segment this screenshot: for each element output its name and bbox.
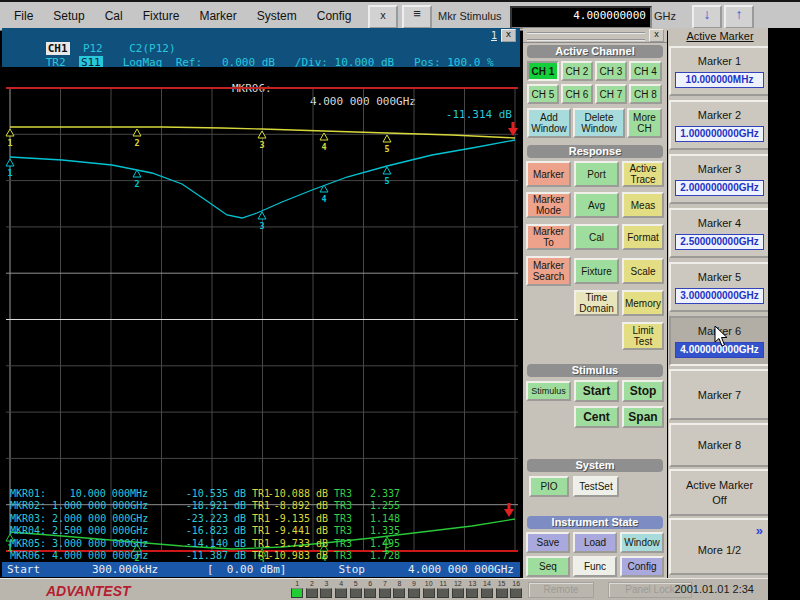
marker-7-button[interactable]: Marker 7: [669, 369, 770, 420]
marker-3-value[interactable]: 2.000000000GHz: [675, 180, 764, 196]
ch6-button[interactable]: CH 6: [561, 84, 593, 104]
marker-table-cell: 1.148: [356, 513, 400, 524]
marker-table-cell: -16.823 dB: [168, 525, 246, 536]
menu-system[interactable]: System: [247, 7, 307, 25]
led-number: 2: [305, 579, 320, 588]
channel-led: 5: [348, 579, 363, 598]
span-button[interactable]: Span: [622, 406, 664, 428]
marker-button[interactable]: Marker: [526, 161, 571, 187]
menu-cal[interactable]: Cal: [95, 7, 133, 25]
measurement-window: CH1 P12 C2(P12) 1 x TR2 S11 LogMag Ref: …: [2, 28, 520, 577]
marker-3-button[interactable]: Marker 3 2.000000000GHz: [669, 154, 770, 204]
softkey-close-icon[interactable]: x: [649, 29, 664, 42]
section-instrument-state: Instrument State: [527, 516, 663, 529]
led-indicator-icon: [510, 588, 522, 598]
marker-table-row: MKR05:3.000 000 000GHz-14.140 dBTR1-9.73…: [2, 538, 518, 550]
avg-button[interactable]: Avg: [574, 192, 619, 218]
load-button[interactable]: Load: [573, 532, 617, 553]
led-indicator-icon: [364, 588, 376, 598]
ch1-button[interactable]: CH 1: [527, 61, 559, 81]
start-label: Start: [7, 563, 40, 576]
active-trace-button[interactable]: Active Trace: [622, 161, 664, 187]
led-indicator-icon: [350, 588, 362, 598]
grip-icon[interactable]: [527, 32, 645, 41]
meas-button[interactable]: Meas: [622, 192, 664, 218]
marker-to-button[interactable]: Marker To: [526, 224, 571, 250]
marker-4-button[interactable]: Marker 4 2.500000000GHz: [669, 208, 770, 258]
marker-table-cell: TR3: [334, 488, 352, 499]
menu-fixture[interactable]: Fixture: [133, 7, 190, 25]
stimulus-button[interactable]: Stimulus: [526, 381, 571, 401]
fixture-button[interactable]: Fixture: [574, 258, 619, 284]
memory-button[interactable]: Memory: [622, 290, 664, 316]
more-ch-button[interactable]: More CH: [627, 108, 662, 138]
marker-search-button[interactable]: Marker Search: [526, 256, 571, 286]
active-marker-panel: Active Marker Marker 1 10.000000MHz Mark…: [668, 28, 772, 578]
marker-5-button[interactable]: Marker 5 3.000000000GHz: [669, 262, 770, 312]
menu-file[interactable]: File: [4, 7, 43, 25]
marker-4-value[interactable]: 2.500000000GHz: [675, 234, 764, 250]
trace-header: TR2 S11 LogMag Ref: 0.000 dB /Div: 10.00…: [2, 42, 520, 56]
marker-2-button[interactable]: Marker 2 1.000000000GHz: [669, 100, 770, 150]
marker-table-cell: TR3: [334, 513, 352, 524]
func-button[interactable]: Func: [573, 556, 617, 577]
marker-table-cell: MKR01:: [10, 488, 46, 499]
close-button[interactable]: x: [368, 5, 398, 29]
scale-button[interactable]: Scale: [622, 258, 664, 284]
menu-items: File Setup Cal Fixture Marker System Con…: [4, 7, 408, 25]
marker-step-down-button[interactable]: ↓: [692, 5, 722, 29]
format-button[interactable]: Format: [622, 224, 664, 250]
seq-button[interactable]: Seq: [526, 556, 570, 577]
config-button[interactable]: Config: [620, 556, 664, 577]
stop-button[interactable]: Stop: [622, 380, 664, 402]
delete-window-button[interactable]: Delete Window: [573, 108, 625, 138]
marker-table-cell: 10.000 000MHz: [52, 488, 148, 499]
marker-table-cell: 1.495: [356, 538, 400, 549]
svg-text:2: 2: [134, 138, 139, 148]
limit-test-button[interactable]: Limit Test: [622, 322, 664, 350]
list-icon[interactable]: ≡: [402, 5, 432, 29]
marker-5-value[interactable]: 3.000000000GHz: [675, 288, 764, 304]
cal-button[interactable]: Cal: [574, 224, 619, 250]
remote-indicator: Remote: [528, 582, 594, 598]
ch5-button[interactable]: CH 5: [527, 84, 559, 104]
pio-button[interactable]: PIO: [529, 476, 569, 497]
port-button[interactable]: Port: [574, 161, 619, 187]
marker-table-cell: 4.000 000 000GHz: [52, 550, 148, 561]
mkr-stimulus-input[interactable]: 4.000000000: [510, 6, 652, 29]
marker-table-cell: MKR04:: [10, 525, 46, 536]
marker-table-cell: MKR02:: [10, 500, 46, 511]
cent-button[interactable]: Cent: [574, 406, 619, 428]
marker-1-button[interactable]: Marker 1 10.000000MHz: [669, 46, 770, 96]
marker-2-value[interactable]: 1.000000000GHz: [675, 126, 764, 142]
add-window-button[interactable]: Add Window: [527, 108, 571, 138]
ch8-button[interactable]: CH 8: [629, 84, 662, 104]
ch7-button[interactable]: CH 7: [595, 84, 627, 104]
ch3-button[interactable]: CH 3: [595, 61, 627, 81]
menu-setup[interactable]: Setup: [43, 7, 94, 25]
marker-mode-button[interactable]: Marker Mode: [526, 192, 571, 218]
marker-table-row: MKR03:2.000 000 000GHz-23.223 dBTR1-9.13…: [2, 513, 518, 525]
marker-readout: MKR06: 4.000 000 000GHz -11.314 dB: [2, 69, 518, 83]
menu-config[interactable]: Config: [307, 7, 362, 25]
testset-button[interactable]: TestSet: [573, 476, 619, 497]
marker-step-up-button[interactable]: ↑: [724, 5, 754, 29]
marker-1-value[interactable]: 10.000000MHz: [675, 72, 764, 88]
window-button[interactable]: Window: [620, 532, 664, 553]
marker-table-cell: -9.441 dB: [266, 525, 328, 536]
marker-table-cell: -8.892 dB: [266, 500, 328, 511]
section-stimulus: Stimulus: [527, 364, 663, 377]
time-domain-button[interactable]: Time Domain: [574, 290, 619, 316]
active-marker-off-button[interactable]: Active Marker Off: [669, 469, 770, 516]
window-close-icon[interactable]: x: [501, 29, 516, 42]
marker-table-cell: TR3: [334, 525, 352, 536]
stop-label: Stop: [339, 563, 366, 576]
more-button[interactable]: » More 1/2: [669, 518, 770, 575]
ch4-button[interactable]: CH 4: [629, 61, 662, 81]
marker-8-button[interactable]: Marker 8: [669, 423, 770, 467]
save-button[interactable]: Save: [526, 532, 570, 553]
menu-marker[interactable]: Marker: [189, 7, 246, 25]
start-button[interactable]: Start: [574, 380, 619, 402]
channel-led: 15: [494, 579, 509, 598]
ch2-button[interactable]: CH 2: [561, 61, 593, 81]
